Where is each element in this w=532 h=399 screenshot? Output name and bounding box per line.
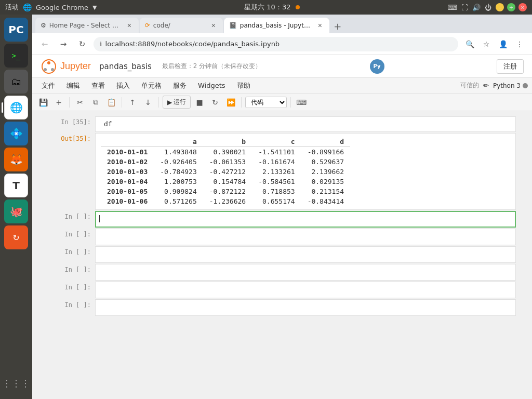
move-up-button[interactable]: ↑ [126,96,139,109]
tab-label-home: Home Page - Select or cre... [49,22,122,29]
profile-button[interactable]: 👤 [496,37,510,51]
volume-icon: 🔊 [472,4,481,11]
paste-button[interactable]: 📋 [104,96,118,109]
browser-window: ⚙ Home Page - Select or cre... ✕ ⟳ code/… [32,15,532,399]
cell-b: 0.154784 [203,177,252,187]
keyboard-icon: ⌨ [447,4,457,11]
empty-cell-3-label: In [ ]: [48,246,95,263]
menu-file[interactable]: 文件 [36,79,60,92]
dock-item-files[interactable]: 🗂 [4,70,28,94]
register-button[interactable]: 注册 [497,59,524,74]
save-button[interactable]: 💾 [36,96,50,109]
empty-cell-3-body[interactable] [95,246,516,263]
run-label: 运行 [174,98,186,107]
search-button[interactable]: 🔍 [462,37,477,51]
cut-button[interactable]: ✂ [73,96,87,109]
minimize-button[interactable]: – [496,3,504,11]
cell-in35-body: df [95,116,516,132]
activities-label[interactable]: 活动 [5,3,19,12]
close-button[interactable]: ✕ [518,3,527,11]
keyboard-shortcuts-button[interactable]: ⌨ [295,96,308,109]
empty-cell-4-body[interactable] [95,264,516,281]
jupyter-menu-bar: 文件 编辑 查看 插入 单元格 服务 Widgets 帮助 可信的 ✏ Pyth… [32,78,532,94]
back-button[interactable]: ← [37,37,52,51]
empty-cell-6-body[interactable] [95,299,516,316]
empty-cell-3[interactable]: In [ ]: [48,246,516,263]
notebook-content[interactable]: In [35]: df Out[35]: a [32,111,532,399]
jupyter-logo: Jupyter [41,58,91,75]
add-cell-button[interactable]: + [52,96,65,109]
cell-d: 0.213154 [301,187,350,196]
menu-insert[interactable]: 插入 [111,79,135,92]
move-down-button[interactable]: ↓ [141,96,155,109]
notification-dot [296,5,300,9]
cell-a: -0.926405 [154,157,203,167]
menu-widgets[interactable]: Widgets [193,80,231,91]
menu-view[interactable]: 查看 [86,79,110,92]
power-icon[interactable]: ⏻ [485,4,491,11]
active-cell-body[interactable] [95,211,516,228]
col-header-c: c [252,137,301,147]
active-cell[interactable]: In [ ]: [48,211,516,228]
run-button[interactable]: ▶ 运行 [163,96,191,109]
refresh-button[interactable]: ↻ [75,37,89,51]
dock-item-terminal[interactable]: >_ [4,44,28,68]
menu-button[interactable]: ⋮ [512,37,527,51]
svg-point-1 [47,61,50,64]
cell-a: 0.909824 [154,187,203,196]
copy-button[interactable]: ⧉ [89,96,102,109]
col-header-index [101,137,154,147]
kernel-info: Python 3 [493,82,528,89]
dock-item-chrome[interactable]: 🌐 [4,96,28,119]
empty-cell-2-body[interactable] [95,229,516,245]
tab-bar: ⚙ Home Page - Select or cre... ✕ ⟳ code/… [32,15,532,33]
dock-item-gitkraken[interactable]: 🐙 [4,200,28,223]
menu-edit[interactable]: 编辑 [61,79,85,92]
address-input[interactable]: ℹ localhost:8889/notebooks/code/pandas_b… [94,37,458,51]
tab-label-code: code/ [153,22,170,29]
menu-cell[interactable]: 单元格 [136,79,167,92]
restart-button[interactable]: ↻ [208,96,222,109]
tab-close-home[interactable]: ✕ [125,21,134,30]
cell-c: -0.161674 [252,157,301,167]
menu-kernel[interactable]: 服务 [168,79,192,92]
tab-close-code[interactable]: ✕ [209,21,218,30]
tab-code[interactable]: ⟳ code/ ✕ [140,18,223,33]
empty-cell-4[interactable]: In [ ]: [48,264,516,281]
dock-item-updates[interactable]: ↻ [4,225,28,249]
cell-type-select[interactable]: 代码 [245,97,287,108]
maximize-button[interactable]: + [507,3,515,11]
table-row: 2010-01-011.4938480.390021-1.541101-0.89… [101,147,350,157]
tab-home[interactable]: ⚙ Home Page - Select or cre... ✕ [35,18,139,33]
tab-pandas[interactable]: 📓 pandas_basis - Jupyter N... ✕ [224,18,329,33]
tab-close-pandas[interactable]: ✕ [316,21,324,30]
dock-item-firefox[interactable]: 🦊 [4,148,28,171]
dock-item-vscode[interactable]: 💠 [4,122,28,145]
toolbar-separator-3 [158,97,159,108]
forward-button[interactable]: → [56,37,71,51]
datetime-label: 星期六 10：32 [244,3,290,12]
dock-item-pycharm[interactable]: PC [4,18,28,42]
browser-name-label: Google Chrome [36,4,88,11]
empty-cell-2[interactable]: In [ ]: [48,229,516,245]
dropdown-icon[interactable]: ▼ [92,4,97,11]
empty-cell-5-body[interactable] [95,282,516,298]
stop-button[interactable]: ■ [193,96,206,109]
dock-item-typora[interactable]: T [4,174,28,197]
empty-cell-6[interactable]: In [ ]: [48,299,516,316]
bookmark-button[interactable]: ☆ [479,37,494,51]
empty-cell-5[interactable]: In [ ]: [48,282,516,298]
new-tab-button[interactable]: + [330,19,345,33]
empty-cell-5-label: In [ ]: [48,282,95,298]
table-row: 2010-01-03-0.784923-0.4272122.1332612.13… [101,167,350,177]
menu-help[interactable]: 帮助 [232,79,256,92]
cell-d: 0.529637 [301,157,350,167]
svg-point-3 [51,68,54,71]
restart-run-button[interactable]: ⏩ [224,96,237,109]
jupyter-toolbar: 💾 + ✂ ⧉ 📋 ↑ ↓ ▶ 运行 ■ ↻ ⏩ 代码 ⌨ [32,94,532,111]
tab-label-pandas: pandas_basis - Jupyter N... [240,22,313,29]
dock-item-app-grid[interactable]: ⋮⋮⋮ [4,371,28,395]
cell-b: -0.061353 [203,157,252,167]
edit-icon: ✏ [483,82,489,89]
col-header-a: a [154,137,203,147]
